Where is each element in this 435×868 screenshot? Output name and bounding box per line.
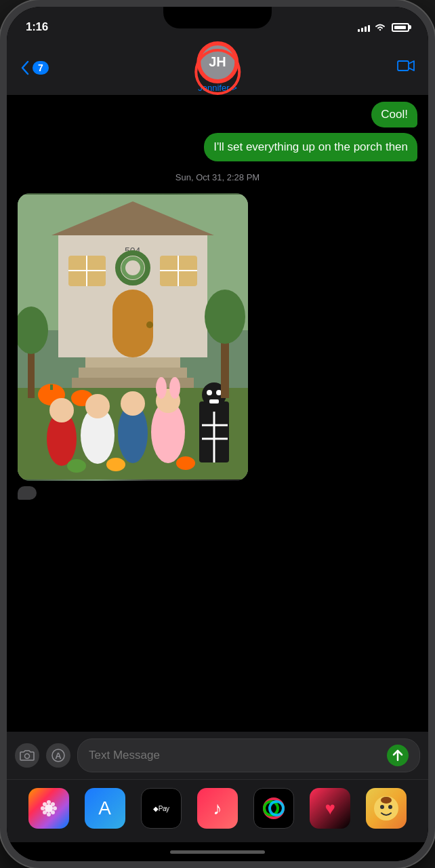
music-label: ♪ xyxy=(213,798,222,819)
message-row: Cool! xyxy=(18,102,417,127)
svg-point-56 xyxy=(43,802,47,806)
dock-appstore-button[interactable]: A xyxy=(85,788,125,829)
bar3 xyxy=(365,26,367,32)
battery-icon xyxy=(392,23,409,32)
message-input[interactable] xyxy=(89,749,387,762)
svg-point-41 xyxy=(67,459,86,473)
message-bubble: I'll set everything up on the porch then xyxy=(204,133,417,161)
svg-point-43 xyxy=(176,456,195,470)
input-bar: A xyxy=(7,732,428,779)
svg-point-55 xyxy=(53,806,57,810)
svg-point-48 xyxy=(25,754,30,759)
dock-music-button[interactable]: ♪ xyxy=(197,788,238,829)
fitness-rings-icon xyxy=(262,796,286,821)
send-button[interactable] xyxy=(387,745,409,766)
svg-point-52 xyxy=(47,800,51,804)
timestamp: Sun, Oct 31, 2:28 PM xyxy=(175,172,260,182)
svg-point-64 xyxy=(380,805,384,809)
svg-point-53 xyxy=(47,812,51,816)
dock: A ◆Pay ♪ ♥ xyxy=(7,779,428,842)
svg-point-58 xyxy=(43,810,47,814)
svg-point-26 xyxy=(85,394,110,418)
halloween-photo: 504 xyxy=(18,193,248,481)
svg-rect-0 xyxy=(398,61,409,71)
svg-text:A: A xyxy=(55,751,62,761)
signal-bars-icon xyxy=(358,22,370,32)
svg-rect-40 xyxy=(209,399,219,403)
halloween-scene-svg: 504 xyxy=(18,193,248,481)
message-row: 504 xyxy=(18,193,417,481)
back-button[interactable]: 7 xyxy=(20,60,49,75)
svg-point-42 xyxy=(106,458,125,471)
wifi-icon xyxy=(374,22,386,32)
photos-icon xyxy=(38,797,60,819)
text-input-wrapper[interactable] xyxy=(77,738,420,772)
message-bubble xyxy=(18,486,37,500)
video-call-button[interactable] xyxy=(397,59,415,77)
video-icon xyxy=(397,59,415,73)
contact-header[interactable]: JH Jennifer > xyxy=(198,43,236,93)
svg-point-57 xyxy=(51,802,55,806)
apps-button[interactable]: A xyxy=(46,743,70,768)
screen: 1:16 xyxy=(7,7,428,861)
svg-point-24 xyxy=(49,398,74,422)
beats-label: ♥ xyxy=(325,798,335,819)
svg-point-45 xyxy=(205,290,245,344)
svg-point-38 xyxy=(207,390,212,395)
avatar: JH xyxy=(199,43,236,81)
svg-rect-17 xyxy=(79,368,187,378)
dock-beats-button[interactable]: ♥ xyxy=(310,788,350,829)
bar1 xyxy=(358,29,360,32)
back-badge[interactable]: 7 xyxy=(33,61,49,75)
message-row: I'll set everything up on the porch then xyxy=(18,133,417,161)
home-bar xyxy=(170,850,265,854)
svg-rect-21 xyxy=(50,384,53,390)
notch xyxy=(163,7,272,28)
dock-fitness-button[interactable] xyxy=(253,788,294,829)
status-time: 1:16 xyxy=(26,20,48,34)
status-icons xyxy=(358,22,409,32)
svg-point-59 xyxy=(51,810,55,814)
bar4 xyxy=(368,25,370,32)
svg-point-39 xyxy=(216,390,222,395)
svg-rect-16 xyxy=(85,357,180,368)
dock-memoji-button[interactable] xyxy=(366,788,407,829)
battery-fill xyxy=(394,26,406,29)
dock-photos-button[interactable] xyxy=(28,788,69,829)
svg-point-6 xyxy=(146,321,153,328)
contact-name[interactable]: Jennifer > xyxy=(198,83,236,93)
message-row xyxy=(18,486,417,500)
photo-bubble[interactable]: 504 xyxy=(18,193,248,481)
svg-point-54 xyxy=(41,806,45,810)
svg-point-31 xyxy=(156,377,167,399)
bar2 xyxy=(361,28,363,32)
applepay-label: ◆Pay xyxy=(153,805,169,812)
send-arrow-icon xyxy=(392,749,403,762)
memoji-icon xyxy=(373,795,400,822)
appstore-label: A xyxy=(98,797,111,819)
nav-bar: 7 JH Jennifer > xyxy=(7,41,428,95)
svg-point-28 xyxy=(121,391,145,416)
back-chevron-icon xyxy=(20,60,30,75)
camera-icon xyxy=(20,749,35,762)
dock-applepay-button[interactable]: ◆Pay xyxy=(141,788,182,829)
message-bubble: Cool! xyxy=(371,102,417,127)
phone-frame: 1:16 xyxy=(0,0,435,868)
svg-point-66 xyxy=(381,797,392,804)
messages-area: Cool! I'll set everything up on the porc… xyxy=(7,95,428,732)
apps-icon: A xyxy=(51,748,66,763)
svg-point-65 xyxy=(388,805,392,809)
home-indicator xyxy=(7,842,428,861)
camera-button[interactable] xyxy=(15,743,39,768)
svg-point-32 xyxy=(169,377,180,399)
